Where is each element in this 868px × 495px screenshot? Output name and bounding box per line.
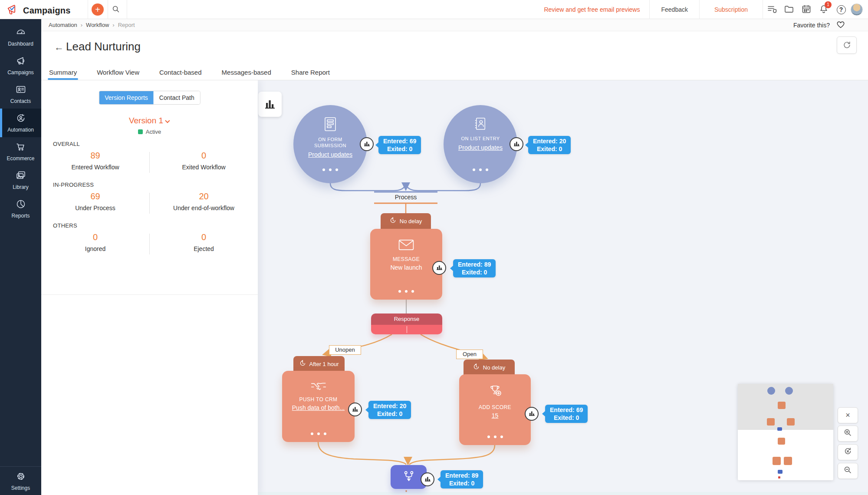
tab-contact-based[interactable]: Contact-based bbox=[159, 64, 202, 80]
version-status: Active bbox=[41, 129, 258, 135]
node-on-list-entry[interactable]: ON LIST ENTRY Product updates bbox=[444, 105, 517, 183]
node-stats-badge[interactable] bbox=[525, 407, 539, 421]
sidebar-label: Settings bbox=[11, 485, 30, 491]
report-mode-toggle: Version Reports Contact Path bbox=[99, 91, 201, 105]
back-button[interactable]: ← bbox=[54, 42, 64, 53]
create-new-button[interactable]: + bbox=[92, 3, 104, 16]
breadcrumb-workflow[interactable]: Workflow bbox=[86, 22, 109, 28]
bar-chart-icon bbox=[264, 99, 276, 110]
heart-icon[interactable] bbox=[836, 20, 845, 30]
node-menu-dots[interactable] bbox=[444, 168, 517, 171]
version-reports-toggle[interactable]: Version Reports bbox=[99, 91, 154, 104]
entered-count: Entered: 69 bbox=[550, 406, 583, 414]
node-stats-badge[interactable] bbox=[348, 403, 362, 416]
node-add-score[interactable]: ADD SCORE 15 bbox=[459, 374, 531, 445]
stats-tooltip: Entered: 69 Exited: 0 bbox=[378, 136, 421, 154]
node-response[interactable]: Response bbox=[371, 314, 442, 334]
entered-count: Entered: 89 bbox=[445, 472, 478, 479]
reset-zoom-button[interactable] bbox=[838, 444, 858, 460]
user-avatar[interactable] bbox=[851, 3, 863, 16]
status-label: Active bbox=[146, 129, 161, 135]
megaphone-icon bbox=[15, 56, 26, 67]
tab-messages-based[interactable]: Messages-based bbox=[222, 64, 271, 80]
breadcrumb: Automation › Workflow › Report Favorite … bbox=[41, 19, 868, 31]
sidebar-label: Contacts bbox=[10, 98, 31, 104]
node-stats-badge[interactable] bbox=[432, 261, 446, 275]
refresh-button[interactable] bbox=[837, 36, 857, 54]
tab-workflow-view[interactable]: Workflow View bbox=[97, 64, 139, 80]
sidebar-item-library[interactable]: Library bbox=[0, 166, 41, 195]
stats-tooltip: Entered: 89 Exited: 0 bbox=[441, 470, 483, 488]
envelope-icon bbox=[398, 244, 414, 252]
node-on-form-submission[interactable]: ON FORM SUBMISSION Product updates bbox=[293, 105, 367, 183]
exited-count: Exited: 0 bbox=[533, 145, 566, 153]
entered-count: Entered: 69 bbox=[383, 137, 416, 145]
cart-icon bbox=[15, 142, 26, 153]
sidebar-item-contacts[interactable]: Contacts bbox=[0, 80, 41, 109]
sidebar-item-campaigns[interactable]: Campaigns bbox=[0, 51, 41, 80]
others-stats: 0 Ignored 0 Ejected bbox=[41, 232, 258, 256]
section-title-others: OTHERS bbox=[53, 222, 77, 229]
image-library-icon bbox=[15, 170, 26, 182]
entered-count: Entered: 20 bbox=[533, 137, 566, 145]
review-previews-link[interactable]: Review and get free email previews bbox=[534, 6, 649, 13]
node-push-to-crm[interactable]: PUSH TO CRM Push data of both... bbox=[282, 371, 355, 442]
node-name-link[interactable]: Product updates bbox=[293, 151, 367, 158]
minimap-node bbox=[778, 470, 783, 474]
calendar-button[interactable] bbox=[798, 0, 815, 19]
stats-tooltip: Entered: 89 Exited: 0 bbox=[453, 259, 496, 277]
minimap[interactable] bbox=[738, 384, 833, 480]
stat-value: 0 bbox=[150, 232, 258, 242]
sidebar-item-settings[interactable]: Settings bbox=[0, 466, 41, 495]
topbar-separator bbox=[127, 0, 127, 19]
clock-history-icon bbox=[390, 217, 396, 225]
folder-button[interactable] bbox=[780, 0, 798, 19]
node-name-link[interactable]: Product updates bbox=[444, 144, 517, 151]
exited-count: Exited: 0 bbox=[458, 268, 491, 276]
stat-label: Entered Workflow bbox=[41, 164, 149, 171]
refresh-icon bbox=[842, 40, 852, 51]
search-button[interactable] bbox=[111, 4, 121, 15]
minimap-close-button[interactable]: × bbox=[838, 407, 858, 423]
zoom-out-button[interactable] bbox=[838, 463, 858, 479]
stat-value: 20 bbox=[150, 191, 258, 201]
summary-chart-button[interactable] bbox=[258, 92, 282, 117]
sidebar-item-reports[interactable]: Reports bbox=[0, 195, 41, 223]
feedback-link[interactable]: Feedback bbox=[650, 6, 699, 13]
sidebar-item-ecommerce[interactable]: Ecommerce bbox=[0, 137, 41, 166]
node-name-link[interactable]: 15 bbox=[459, 412, 531, 419]
mini-bar-chart-icon bbox=[529, 410, 535, 418]
node-stats-badge[interactable] bbox=[510, 137, 523, 151]
section-title-in-progress: IN-PROGRESS bbox=[53, 182, 94, 188]
node-stats-badge[interactable] bbox=[421, 472, 434, 486]
queue-list-button[interactable] bbox=[763, 0, 780, 19]
node-menu-dots[interactable] bbox=[282, 432, 355, 435]
calendar-icon bbox=[801, 4, 812, 16]
tab-summary[interactable]: Summary bbox=[49, 64, 77, 80]
contact-path-toggle[interactable]: Contact Path bbox=[154, 91, 200, 104]
stat-entered-workflow: 89 Entered Workflow bbox=[41, 151, 149, 174]
sidebar-item-automation[interactable]: Automation bbox=[0, 109, 41, 137]
node-menu-dots[interactable] bbox=[370, 290, 442, 293]
exited-count: Exited: 0 bbox=[383, 145, 416, 153]
node-stats-badge[interactable] bbox=[360, 137, 374, 151]
version-dropdown[interactable]: Version 1 bbox=[41, 116, 258, 125]
node-message[interactable]: MESSAGE New launch bbox=[370, 229, 442, 300]
search-icon bbox=[111, 9, 121, 15]
delay-badge-no-delay[interactable]: No delay bbox=[381, 213, 431, 231]
mini-bar-chart-icon bbox=[424, 475, 431, 483]
tab-share-report[interactable]: Share Report bbox=[291, 64, 330, 80]
subscription-link[interactable]: Subscription bbox=[700, 6, 763, 13]
breadcrumb-automation[interactable]: Automation bbox=[49, 22, 77, 28]
node-menu-dots[interactable] bbox=[459, 436, 531, 438]
stat-label: Ignored bbox=[41, 245, 149, 252]
app-logo[interactable]: Campaigns bbox=[6, 3, 71, 18]
notifications-button[interactable]: 1 bbox=[815, 0, 832, 19]
node-menu-dots[interactable] bbox=[293, 168, 367, 171]
zoom-in-button[interactable] bbox=[838, 426, 858, 442]
topbar-right: Review and get free email previews Feedb… bbox=[534, 0, 868, 19]
help-button[interactable]: ? bbox=[832, 0, 850, 19]
sidebar-item-dashboard[interactable]: Dashboard bbox=[0, 23, 41, 51]
node-name-link[interactable]: Push data of both... bbox=[282, 404, 355, 411]
exited-count: Exited: 0 bbox=[373, 410, 406, 418]
